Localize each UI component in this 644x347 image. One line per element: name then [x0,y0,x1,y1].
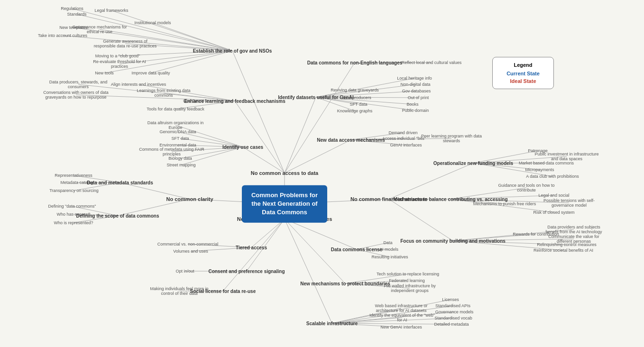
legend-box: Legend Current State Ideal State [492,57,554,89]
node-no-common-access-to-: No common access to data [251,170,318,176]
node-use-genai: Use GenAI [183,99,204,103]
node-reviving-data-gravey: Reviving data graveyards [331,88,379,92]
node-governance-mechanism: Governance mechanisms for ethical re-use [66,25,133,34]
node-tiered-access: Tiered access [236,245,267,250]
node-conversations-with-o: Conversations with owners of data gravey… [43,90,109,100]
node-web-based-infrastruc: Web based infrastructure or architecture… [368,303,434,313]
node-genomic/dna-data: Genomic/DNA data [159,129,196,134]
node-institutional-models: Institutional models [134,20,171,25]
node-no-common-clarity: No common clarity [166,196,213,202]
node-tools-for-data-quali: Tools for data quality feedback [147,107,204,111]
node-focus-on-community-b: Focus on community building and motivati… [400,238,506,244]
node-standards: Standards [67,12,86,17]
svg-line-17 [285,219,332,323]
node-biology-data: Biology data [168,156,192,161]
node-detailed-metadata: Detailed metadata [434,322,469,327]
svg-line-6 [243,147,285,173]
svg-line-20 [223,219,285,291]
node-public-investment-in: Public investment in infrastructure and … [534,152,600,161]
node-possible-tensions-wi: Possible tensions with self-governance m… [536,198,602,208]
node-market-based-data-co: Market based data commons [519,161,574,165]
node-ai-models: AI models [379,247,398,252]
node-governance-models: Governance models [435,310,474,314]
node-commons-of-metadata-: Commons of metadata using FAIR principle… [138,147,205,156]
node-data-altruism-organi: Data altruism organizations in Europe [142,120,209,130]
node-data-producers: Data producers [342,95,371,100]
connections-svg [0,0,644,347]
node-defining-"data-commo: Defining "data commons" [48,204,96,209]
node-scalable-infrastruct: Scalable infrastructure [306,321,358,326]
node-gov-databases: Gov databases [402,89,431,93]
node-file-walled-infrastr: File walled infrastructure by independen… [377,283,443,293]
node-new-tools: New tools [95,71,114,75]
node-data-and-metadata-st: Data and metadata standards [87,180,153,185]
node-resulting-initiative: Resulting initiatives [371,255,408,259]
node-data: Data [383,240,392,245]
node-reinforce-societal-b: Reinforce societal benefits of AI [534,248,593,253]
node-metadata-catalog: Metadata catalog [60,180,93,185]
node-sft-data: SFT data [350,102,368,107]
node-data-commons-license: Data commons license [331,247,382,252]
svg-line-14 [389,199,453,241]
node-take-into-account-cu: Take into account cultures [38,33,87,38]
svg-line-12 [389,163,473,199]
node-books: Books [406,102,418,107]
node-risk-of-closed-syste: Risk of closed system [533,210,574,215]
node-transparency-on-sour: Transparency on sourcing [49,188,99,193]
node-non-digital-data: Non-digital data [400,82,430,87]
svg-line-8 [232,51,285,173]
svg-line-18 [251,219,285,247]
node-new-data-access-mech: New data access mechanisms [317,137,385,143]
svg-line-15 [285,219,357,249]
node-regulations: Regulations [61,6,83,11]
svg-line-41 [153,23,232,51]
legend-current-state: Current State [501,71,545,76]
node-micropayments: Micropayments [525,167,554,172]
node-licenses: Licenses [442,297,459,302]
legend-title: Legend [501,62,545,68]
node-volumes-and-uses: Volumes and uses [173,249,208,254]
node-align-interests-and-: Align interests and incentives [111,82,166,87]
node-knowledge-graphs: Knowledge graphs [337,109,373,113]
node-consent-and-preferen: Consent and preference signaling [208,269,285,274]
node-learnings-from-exist: Learnings from existing data commons [130,88,197,98]
node-commercial-vs.-non-c: Commercial vs. non-commercial [157,242,219,247]
node-local-heritage-info: Local heritage info [397,76,432,81]
svg-line-10 [285,97,316,173]
node-improve-data-quality: Improve data quality [131,71,170,75]
node-legal-frameworks: Legal frameworks [94,8,128,13]
svg-line-11 [285,63,355,173]
node-demand-driven: Demand driven [388,130,417,135]
node-establish-the-role-o: Establish the role of gov and NSOs [193,48,272,54]
svg-line-49 [151,51,232,73]
node-identify-use-cases: Identify use cases [222,145,263,150]
svg-line-9 [235,101,285,173]
node-representativeness: Representativeness [55,173,92,178]
svg-line-7 [285,140,351,173]
node-public-domain: Public domain [402,108,429,113]
node-standardised-apis: Standardised APIs [435,303,470,308]
node-re-evaluate-threshol: Re-evaluate threshold for AI practices [86,59,153,69]
node-tech-solution-to-rep: Tech solution to replace licensing [377,272,439,276]
node-a-data-club-with-pro: A data club with prohibitions [526,174,579,179]
node-moving-to-a-"club-go: Moving to a "club good" [95,54,140,58]
node-guidance-and-tools-o: Guidance and tools on how to contribute [493,183,560,192]
node-generate-awareness-o: Generate awareness of responsible data r… [92,39,158,48]
node-relinquishing-contro: Relinquishing control measures [537,242,597,247]
mindmap-container: Common Problems for the Next Generation … [0,0,644,347]
node-legal-and-social: Legal and social [538,193,569,198]
node-out-of-print: Out of print [408,95,429,100]
node-opt-in/out: Opt in/out [175,269,194,274]
legend-ideal-state: Ideal State [501,78,545,84]
node-making-individuals-f: Making individuals feel more in control … [146,286,212,296]
node-operationalize-new-f: Operationalize new funding models [433,161,513,166]
node-sft-data: SFT data [172,136,189,141]
node-data-commons-for-non: Data commons for non-English languages [307,60,403,65]
node-common-problems-for-: Common Problems for the Next Generation … [242,185,327,223]
node-street-mapping: Street mapping [166,163,195,167]
node-mechanisms-to-punish: Mechanisms to punish free riders [473,201,536,206]
node-who-has-access?: Who has access? [56,212,90,217]
node-who-is-represented?: Who is represented? [54,220,93,225]
node-genai-interfaces: GenAI interfaces [390,143,422,147]
node-new-genai-interfaces: New GenAI interfaces [380,325,422,329]
